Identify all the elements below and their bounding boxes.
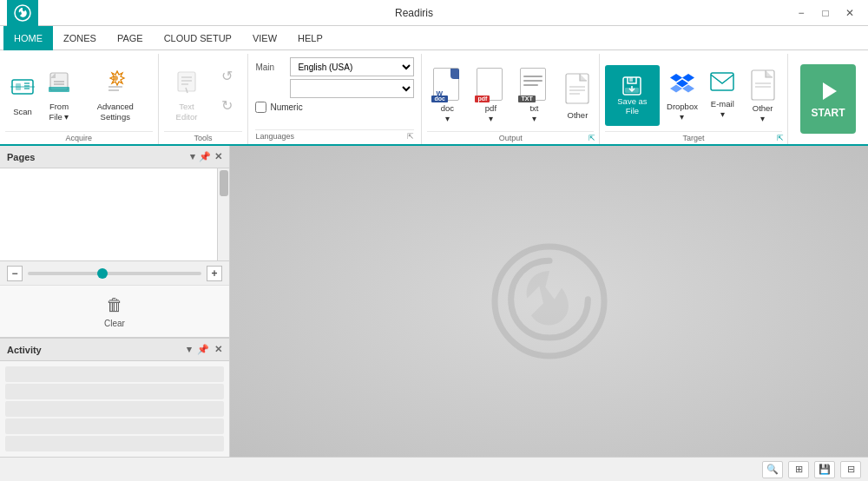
email-label: E-mail xyxy=(711,99,734,109)
maximize-button[interactable]: □ xyxy=(814,4,837,22)
txt-icon: TXT xyxy=(518,68,549,101)
svg-rect-23 xyxy=(629,77,633,82)
undo-button[interactable]: ↺ xyxy=(211,62,242,89)
target-buttons: Save as File Dropbox ▾ xyxy=(605,54,782,129)
activity-row xyxy=(5,384,224,399)
target-other-icon xyxy=(747,68,779,103)
ribbon-group-languages: Main English (USA) English (UK) French G… xyxy=(248,54,422,144)
activity-row xyxy=(5,366,224,382)
output-pdf-button[interactable]: pdf pdf ▾ xyxy=(470,65,510,126)
start-area: START xyxy=(788,54,868,144)
zoom-bar: − + xyxy=(0,260,229,285)
activity-header: Activity ▾ 📌 ✕ xyxy=(0,339,229,361)
left-panel: Pages ▾ 📌 ✕ − + 🗑 xyxy=(0,146,230,457)
second-language-select[interactable] xyxy=(290,79,414,98)
activity-dropdown[interactable]: ▾ xyxy=(187,344,192,355)
activity-close[interactable]: ✕ xyxy=(214,344,222,355)
main-language-select[interactable]: English (USA) English (UK) French German… xyxy=(290,57,414,76)
activity-pin[interactable]: 📌 xyxy=(197,344,209,355)
status-bar: 🔍 ⊞ 💾 ⊟ xyxy=(0,457,868,481)
acquire-group-label: Acquire xyxy=(5,131,153,144)
status-save-button[interactable]: 💾 xyxy=(814,461,835,478)
title-bar: Readiris − □ ✕ xyxy=(0,0,868,26)
menu-item-home[interactable]: HOME xyxy=(3,26,53,50)
window-controls: − □ ✕ xyxy=(790,4,861,22)
svg-rect-18 xyxy=(566,74,589,103)
scan-button[interactable]: Scan xyxy=(5,65,40,126)
output-group-label: Output xyxy=(427,131,594,144)
acquire-buttons: Scan FromFile ▾ xyxy=(5,54,153,129)
pages-content[interactable] xyxy=(0,168,229,260)
text-editor-button[interactable]: Text Editor xyxy=(164,65,210,126)
target-other-button[interactable]: Other ▾ xyxy=(743,65,782,126)
minimize-button[interactable]: − xyxy=(790,4,812,22)
output-doc-button[interactable]: W doc doc ▾ xyxy=(427,65,467,126)
zoom-track[interactable] xyxy=(28,272,201,275)
output-other-button[interactable]: Other xyxy=(557,65,597,126)
pdf-icon: pdf xyxy=(475,68,506,101)
numeric-label: Numeric xyxy=(270,102,302,112)
numeric-checkbox[interactable] xyxy=(255,102,266,113)
output-txt-button[interactable]: TXT txt ▾ xyxy=(514,65,554,126)
dropbox-label: Dropbox xyxy=(667,102,698,111)
ribbon: Scan FromFile ▾ xyxy=(0,50,868,146)
from-file-label: FromFile ▾ xyxy=(49,102,69,122)
email-icon xyxy=(710,72,734,96)
target-expand-icon[interactable]: ⇱ xyxy=(777,134,784,142)
pages-close-button[interactable]: ✕ xyxy=(214,151,222,162)
pages-unpin-button[interactable]: 📌 xyxy=(199,151,211,162)
pages-scrollbar[interactable] xyxy=(217,168,229,260)
tools-buttons: Text Editor ↺ ↻ xyxy=(164,54,243,129)
activity-panel: Activity ▾ 📌 ✕ xyxy=(0,338,229,457)
ribbon-group-output: W doc doc ▾ pdf pdf ▾ xyxy=(422,54,600,144)
zoom-plus-button[interactable]: + xyxy=(207,266,222,281)
save-as-file-label: Save as File xyxy=(610,96,654,115)
menu-item-cloud-setup[interactable]: CLOUD SETUP xyxy=(154,26,242,50)
pages-pin-button[interactable]: ▾ xyxy=(190,151,195,162)
menu-item-page[interactable]: PAGE xyxy=(107,26,154,50)
status-grid-button[interactable]: ⊞ xyxy=(788,461,809,478)
activity-row xyxy=(5,418,224,434)
status-zoom-button[interactable]: 🔍 xyxy=(762,461,783,478)
pages-header-controls: ▾ 📌 ✕ xyxy=(190,151,222,162)
main-lang-label: Main xyxy=(255,63,286,72)
languages-expand-icon[interactable]: ⇱ xyxy=(407,132,414,141)
menu-item-help[interactable]: HELP xyxy=(287,26,333,50)
zoom-minus-button[interactable]: − xyxy=(7,266,23,281)
doc-icon: W doc xyxy=(431,68,463,101)
svg-marker-30 xyxy=(823,82,837,100)
main-layout: Pages ▾ 📌 ✕ − + 🗑 xyxy=(0,146,868,457)
dropbox-icon xyxy=(670,69,694,99)
start-button[interactable]: START xyxy=(800,64,856,134)
activity-controls: ▾ 📌 ✕ xyxy=(187,344,222,355)
status-layout-button[interactable]: ⊟ xyxy=(840,461,861,478)
app-logo xyxy=(7,0,38,26)
clear-button[interactable]: 🗑 Clear xyxy=(0,285,229,337)
menu-bar: HOME ZONES PAGE CLOUD SETUP VIEW HELP xyxy=(0,26,868,50)
txt-label: txt xyxy=(529,103,538,113)
pdf-label: pdf xyxy=(485,103,496,113)
dropbox-button[interactable]: Dropbox ▾ xyxy=(663,65,702,126)
output-buttons: W doc doc ▾ pdf pdf ▾ xyxy=(427,54,597,129)
from-file-button[interactable]: FromFile ▾ xyxy=(42,65,76,126)
svg-rect-27 xyxy=(752,70,774,100)
watermark-logo xyxy=(489,240,610,362)
redo-button[interactable]: ↻ xyxy=(211,91,242,119)
ribbon-group-acquire: Scan FromFile ▾ xyxy=(0,54,159,144)
second-language-row xyxy=(255,79,414,98)
languages-group-label: Languages ⇱ xyxy=(255,129,414,141)
zoom-thumb[interactable] xyxy=(97,268,108,279)
menu-item-zones[interactable]: ZONES xyxy=(53,26,107,50)
pages-panel: Pages ▾ 📌 ✕ − + 🗑 xyxy=(0,146,229,338)
close-button[interactable]: ✕ xyxy=(838,4,861,22)
doc-label: doc xyxy=(441,103,454,113)
scan-icon xyxy=(10,75,35,104)
activity-content xyxy=(0,361,229,457)
advanced-settings-button[interactable]: Advanced Settings xyxy=(78,65,153,126)
window-title: Readiris xyxy=(38,7,790,19)
menu-item-view[interactable]: VIEW xyxy=(242,26,287,50)
from-file-icon xyxy=(47,69,71,99)
save-as-file-button[interactable]: Save as File xyxy=(605,65,659,126)
email-button[interactable]: E-mail ▾ xyxy=(705,65,740,126)
output-expand-icon[interactable]: ⇱ xyxy=(589,134,595,142)
